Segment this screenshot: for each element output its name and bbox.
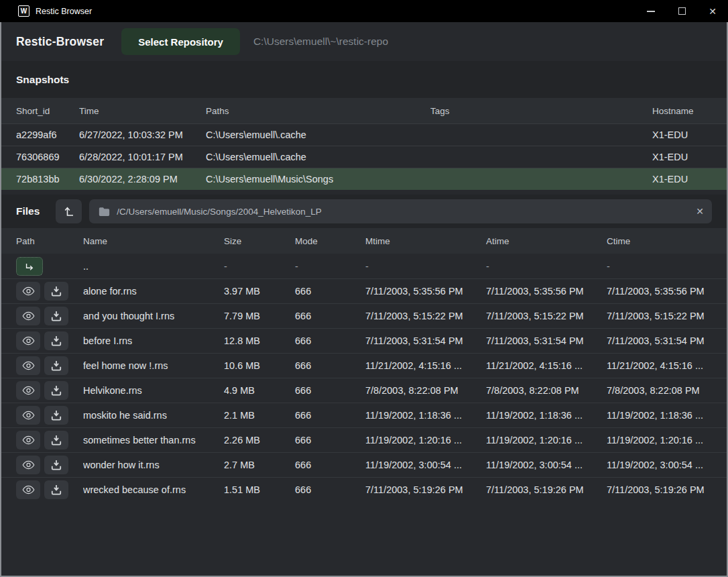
snapshot-time: 6/27/2022, 10:03:32 PM: [79, 129, 206, 140]
preview-file-button[interactable]: [16, 381, 40, 400]
file-mtime: 11/19/2002, 1:20:16 ...: [365, 435, 486, 445]
file-name: before I.rns: [83, 335, 224, 346]
file-name: and you thought I.rns: [83, 311, 224, 321]
file-row: wrecked because of.rns 1.51 MB 666 7/11/…: [1, 477, 727, 502]
snapshot-paths: C:\Users\emuell\.cache: [206, 129, 430, 140]
file-row: moskito he said.rns 2.1 MB 666 11/19/200…: [1, 403, 727, 427]
clear-icon: ✕: [696, 206, 704, 217]
col-short-id: Short_id: [16, 106, 79, 116]
file-ctime: 7/11/2003, 5:15:22 PM: [607, 311, 712, 321]
file-mtime: 7/11/2003, 5:31:54 PM: [365, 335, 486, 346]
file-ctime: 11/21/2002, 4:15:16 ...: [607, 360, 712, 371]
download-file-button[interactable]: [44, 381, 68, 400]
window-title: Restic Browser: [36, 7, 635, 16]
preview-file-button[interactable]: [16, 331, 40, 350]
repository-path-field[interactable]: C:\Users\emuell\~\restic-repo: [253, 36, 712, 48]
parent-size: -: [224, 261, 295, 272]
file-atime: 11/21/2002, 4:15:16 ...: [486, 360, 607, 371]
parent-name: ..: [83, 261, 224, 272]
file-atime: 11/19/2002, 3:00:54 ...: [486, 460, 607, 470]
snapshot-short-id: 76306869: [16, 152, 79, 162]
download-file-button[interactable]: [44, 282, 68, 301]
file-atime: 7/11/2003, 5:15:22 PM: [486, 311, 607, 321]
download-file-button[interactable]: [44, 456, 68, 474]
go-to-parent-button[interactable]: [56, 199, 82, 223]
file-ctime: 11/19/2002, 1:18:36 ...: [607, 410, 712, 421]
download-icon: [51, 311, 62, 321]
snapshot-row[interactable]: 76306869 6/28/2022, 10:01:17 PM C:\Users…: [1, 146, 727, 168]
file-mode: 666: [295, 286, 365, 297]
open-parent-directory-button[interactable]: [16, 257, 43, 276]
parent-directory-row: .. - - - - -: [1, 254, 727, 278]
minimize-button[interactable]: [635, 0, 666, 22]
parent-mode: -: [295, 261, 365, 272]
file-size: 1.51 MB: [224, 484, 295, 495]
download-icon: [51, 484, 62, 495]
snapshot-row-selected[interactable]: 72b813bb 6/30/2022, 2:28:09 PM C:\Users\…: [1, 168, 727, 190]
parent-ctime: -: [607, 261, 712, 272]
download-file-button[interactable]: [44, 480, 68, 499]
select-repository-button[interactable]: Select Repository: [121, 28, 240, 55]
download-file-button[interactable]: [44, 307, 68, 325]
files-band: Files /C/Users/emuell/Music/Songs/2004_H…: [1, 195, 727, 228]
file-size: 12.8 MB: [224, 335, 295, 346]
file-row: and you thought I.rns 7.79 MB 666 7/11/2…: [1, 303, 727, 328]
download-icon: [51, 335, 62, 346]
download-file-button[interactable]: [44, 331, 68, 350]
snapshot-hostname: X1-EDU: [652, 174, 712, 185]
close-button[interactable]: ✕: [697, 0, 728, 22]
file-size: 2.26 MB: [224, 435, 295, 445]
files-heading: Files: [16, 205, 40, 217]
file-mtime: 11/19/2002, 3:00:54 ...: [365, 460, 486, 470]
clear-path-button[interactable]: ✕: [696, 206, 704, 217]
maximize-button[interactable]: [666, 0, 697, 22]
download-file-button[interactable]: [44, 406, 68, 425]
folder-icon: [99, 207, 110, 217]
eye-icon: [22, 286, 35, 296]
preview-file-button[interactable]: [16, 307, 40, 325]
snapshots-band: Snapshots: [1, 61, 727, 98]
col-mtime: Mtime: [365, 236, 486, 246]
col-size: Size: [224, 236, 295, 246]
app-window-icon: W: [18, 5, 29, 17]
download-icon: [51, 385, 62, 396]
eye-icon: [22, 311, 35, 321]
snapshot-row[interactable]: a2299af6 6/27/2022, 10:03:32 PM C:\Users…: [1, 123, 727, 146]
arrow-up-from-corner-icon: [62, 205, 76, 218]
file-size: 2.1 MB: [224, 410, 295, 421]
file-row: sometimes better than.rns 2.26 MB 666 11…: [1, 427, 727, 452]
file-mode: 666: [295, 385, 365, 396]
preview-file-button[interactable]: [16, 480, 40, 499]
snapshot-hostname: X1-EDU: [652, 129, 712, 140]
preview-file-button[interactable]: [16, 431, 40, 450]
eye-icon: [22, 336, 35, 346]
preview-file-button[interactable]: [16, 406, 40, 425]
snapshot-paths: C:\Users\emuell\Music\Songs: [206, 174, 430, 185]
file-name: wonder how it.rns: [83, 460, 224, 470]
current-path-bar[interactable]: /C/Users/emuell/Music/Songs/2004_Helveti…: [89, 199, 712, 223]
file-ctime: 7/11/2003, 5:19:26 PM: [607, 484, 712, 495]
col-tags: Tags: [430, 106, 652, 116]
file-mode: 666: [295, 335, 365, 346]
download-file-button[interactable]: [44, 431, 68, 450]
download-file-button[interactable]: [44, 356, 68, 375]
preview-file-button[interactable]: [16, 282, 40, 301]
file-mode: 666: [295, 460, 365, 470]
col-name: Name: [83, 236, 224, 246]
preview-file-button[interactable]: [16, 456, 40, 474]
file-atime: 7/11/2003, 5:19:26 PM: [486, 484, 607, 495]
app-header: Restic-Browser Select Repository C:\User…: [1, 22, 727, 61]
file-mtime: 7/8/2003, 8:22:08 PM: [365, 385, 486, 396]
col-atime: Atime: [486, 236, 607, 246]
file-row: before I.rns 12.8 MB 666 7/11/2003, 5:31…: [1, 328, 727, 353]
file-ctime: 11/19/2002, 1:20:16 ...: [607, 435, 712, 445]
snapshot-paths: C:\Users\emuell\.cache: [206, 152, 430, 162]
col-path: Path: [16, 236, 83, 246]
snapshot-hostname: X1-EDU: [652, 152, 712, 162]
file-mtime: 7/11/2003, 5:35:56 PM: [365, 286, 486, 297]
preview-file-button[interactable]: [16, 356, 40, 375]
file-atime: 11/19/2002, 1:20:16 ...: [486, 435, 607, 445]
file-name: wrecked because of.rns: [83, 484, 224, 495]
file-row: Helvikone.rns 4.9 MB 666 7/8/2003, 8:22:…: [1, 378, 727, 403]
file-name: feel home now !.rns: [83, 360, 224, 371]
